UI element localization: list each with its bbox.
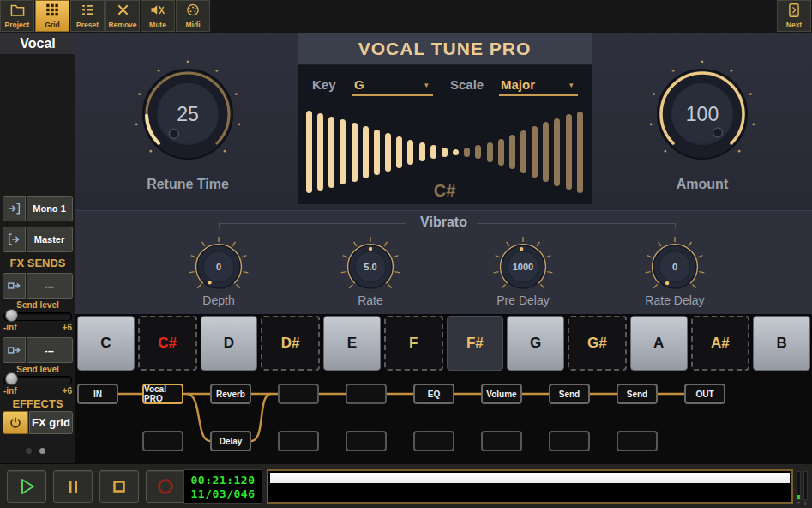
fx-slot-empty[interactable] bbox=[617, 431, 658, 451]
meter-label-right: I bbox=[803, 501, 808, 506]
project-button[interactable]: Project bbox=[0, 0, 34, 32]
pre-delay-value: 1000 bbox=[490, 234, 556, 299]
fx-slot-empty[interactable] bbox=[142, 431, 183, 451]
scale-dropdown-caret[interactable]: ▾ bbox=[569, 81, 574, 89]
vibrato-bracket-right bbox=[477, 223, 676, 229]
midi-label: Midi bbox=[186, 21, 201, 29]
retune-time-knob[interactable]: 25 bbox=[132, 58, 244, 170]
waveform-bar bbox=[520, 130, 526, 173]
vibrato-panel: Vibrato 0 Depth 5.0 Rate 1000 Pre Delay … bbox=[75, 210, 812, 314]
key-value[interactable]: G bbox=[354, 77, 364, 92]
fx-slot-empty[interactable] bbox=[346, 431, 387, 451]
fx-grid-button[interactable]: FX grid bbox=[29, 411, 73, 434]
pitch-module: VOCAL TUNE PRO Key G ▾ Scale Major ▾ C# bbox=[298, 33, 592, 204]
key-B[interactable]: B bbox=[753, 316, 810, 371]
fx-sends-header: FX SENDS bbox=[0, 257, 75, 269]
send-level-slider-2[interactable] bbox=[3, 372, 72, 386]
vocal-tune-pro-panel: 25 Retune Time 100 Amount VOCAL TUNE PRO… bbox=[75, 33, 812, 210]
plugin-header: VOCAL TUNE PRO bbox=[298, 33, 592, 65]
preset-button[interactable]: Preset bbox=[70, 0, 105, 32]
power-icon bbox=[9, 416, 22, 430]
key-dropdown-caret[interactable]: ▾ bbox=[424, 81, 429, 89]
slider-thumb[interactable] bbox=[5, 309, 18, 322]
pause-button[interactable] bbox=[53, 470, 93, 503]
fx-slot-send[interactable]: Send bbox=[549, 384, 590, 404]
fx-slot-empty[interactable] bbox=[346, 384, 387, 404]
send-min-1: -inf bbox=[3, 323, 17, 332]
fx-grid: INVocal PROReverbEQVolumeSendSendOUTDela… bbox=[75, 372, 812, 463]
waveform-bar bbox=[532, 126, 538, 178]
next-device-icon bbox=[788, 3, 800, 17]
key-C[interactable]: C bbox=[77, 316, 135, 371]
pre-delay-knob[interactable]: 1000 bbox=[490, 234, 556, 299]
grid-icon bbox=[45, 3, 59, 16]
fx-slot-vocal-pro[interactable]: Vocal PRO bbox=[142, 384, 183, 404]
fx-slot-delay[interactable]: Delay bbox=[210, 431, 251, 451]
key-D-sharp[interactable]: D# bbox=[261, 316, 320, 371]
input-routing-label: Mono 1 bbox=[27, 196, 73, 221]
waveform-bar bbox=[396, 136, 402, 168]
time-display: 00:21:120 11/03/046 bbox=[183, 469, 262, 504]
output-icon bbox=[3, 227, 26, 252]
output-routing-button[interactable]: Master bbox=[3, 227, 73, 252]
remove-button[interactable]: Remove bbox=[105, 0, 140, 32]
waveform-bar bbox=[430, 145, 436, 159]
fx-slot-empty[interactable] bbox=[413, 431, 454, 451]
fx-send-slot-1[interactable]: --- bbox=[3, 273, 73, 299]
send-level-slider-1[interactable] bbox=[3, 309, 72, 323]
scale-label: Scale bbox=[450, 77, 484, 92]
waveform-bar bbox=[554, 118, 560, 186]
fx-slot-out[interactable]: OUT bbox=[684, 384, 725, 404]
input-routing-button[interactable]: Mono 1 bbox=[3, 196, 73, 221]
next-button[interactable]: Next bbox=[777, 0, 811, 32]
stop-button[interactable] bbox=[99, 470, 139, 503]
rate-delay-knob[interactable]: 0 bbox=[642, 234, 707, 299]
key-D[interactable]: D bbox=[201, 316, 258, 371]
depth-label: Depth bbox=[167, 293, 270, 307]
play-button[interactable] bbox=[7, 470, 46, 503]
waveform-bar bbox=[487, 142, 493, 162]
fx-slot-eq[interactable]: EQ bbox=[413, 384, 454, 404]
fx-slot-empty[interactable] bbox=[278, 431, 319, 451]
key-G[interactable]: G bbox=[507, 316, 564, 371]
record-button[interactable] bbox=[146, 470, 185, 503]
key-C-sharp[interactable]: C# bbox=[138, 316, 197, 371]
timeline-scrubber[interactable] bbox=[267, 469, 793, 504]
top-toolbar: Project Grid Preset R bbox=[0, 0, 812, 33]
grid-button[interactable]: Grid bbox=[35, 0, 69, 32]
key-F[interactable]: F bbox=[384, 316, 443, 371]
fx-slot-empty[interactable] bbox=[278, 384, 319, 404]
slider-thumb[interactable] bbox=[5, 372, 18, 385]
fx-slot-send[interactable]: Send bbox=[617, 384, 658, 404]
fx-slot-empty[interactable] bbox=[481, 431, 522, 451]
fx-slot-volume[interactable]: Volume bbox=[481, 384, 522, 404]
track-name-tab[interactable]: Vocal bbox=[0, 33, 75, 54]
note-keyboard: CC#DD#EFF#GG#AA#B bbox=[75, 314, 812, 372]
page-dot-1[interactable] bbox=[26, 448, 32, 454]
fx-slot-empty[interactable] bbox=[549, 431, 590, 451]
level-meter-right bbox=[803, 471, 808, 500]
position-value: 11/03/046 bbox=[191, 487, 256, 500]
scale-value[interactable]: Major bbox=[501, 77, 535, 92]
plugin-title: VOCAL TUNE PRO bbox=[358, 39, 531, 59]
fx-send-slot-2[interactable]: --- bbox=[3, 337, 73, 363]
fx-slot-in[interactable]: IN bbox=[77, 384, 118, 404]
mute-button[interactable]: Mute bbox=[141, 0, 175, 32]
rate-knob[interactable]: 5.0 bbox=[338, 234, 403, 299]
key-G-sharp[interactable]: G# bbox=[568, 316, 627, 371]
detected-note: C# bbox=[298, 181, 592, 201]
amount-knob[interactable]: 100 bbox=[647, 58, 758, 170]
fx-slot-reverb[interactable]: Reverb bbox=[210, 384, 251, 404]
send-icon bbox=[3, 273, 26, 299]
time-value: 00:21:120 bbox=[191, 474, 256, 487]
remove-x-icon bbox=[117, 3, 129, 16]
midi-button[interactable]: Midi bbox=[176, 0, 210, 32]
key-E[interactable]: E bbox=[323, 316, 381, 371]
key-F-sharp[interactable]: F# bbox=[447, 316, 504, 371]
depth-knob[interactable]: 0 bbox=[186, 234, 251, 299]
effects-power-button[interactable] bbox=[3, 411, 28, 434]
key-A-sharp[interactable]: A# bbox=[691, 316, 750, 371]
key-A[interactable]: A bbox=[630, 316, 688, 371]
page-dot-2[interactable] bbox=[39, 448, 45, 454]
waveform-bar bbox=[475, 145, 481, 159]
